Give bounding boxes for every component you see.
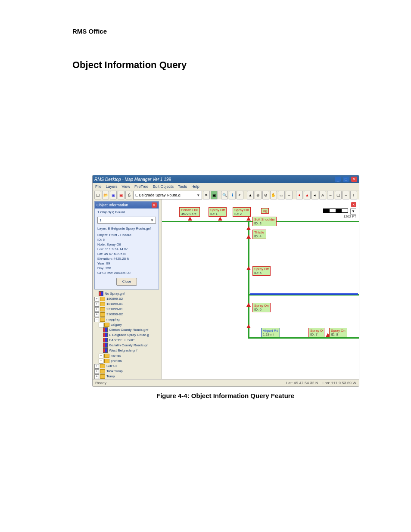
maximize-icon[interactable]: □ [343, 177, 349, 182]
tree-file[interactable]: No Spray.gnf [99, 291, 160, 296]
status-bar: Ready Lat: 45 47 54.32 N Lon: 111 9 53.6… [93, 379, 359, 386]
minimize-icon[interactable]: _ [335, 177, 341, 182]
layer-label: Layer: E Belgrade Spray Route.gnf [97, 226, 156, 231]
saveall-icon[interactable]: ▣ [118, 191, 125, 199]
close-button[interactable]: Close [116, 278, 137, 286]
tree-file[interactable]: Clinton County Roads.gnf [103, 327, 160, 333]
file-icon [103, 343, 108, 348]
object-select-dropdown[interactable]: 1 ▼ [97, 217, 156, 224]
tree-folder[interactable]: +221099-01 [94, 307, 160, 312]
tool-d-icon[interactable]: – [342, 191, 349, 199]
tree-file[interactable]: West Belgrade.gnf [103, 348, 160, 353]
callout-softshoulder: Soft ShoulderID: 3 [252, 217, 277, 226]
scale-label: 1202 FT [323, 215, 356, 218]
status-lat: Lat: 45 47 54.32 N [286, 381, 318, 385]
map-marker[interactable] [246, 226, 251, 230]
expand-icon[interactable]: + [94, 369, 99, 374]
info-line: Lat: 45 47 48.95 N [97, 252, 156, 256]
tree-folder[interactable]: +names [99, 353, 160, 358]
open-icon[interactable]: 📂 [102, 191, 109, 199]
play-icon[interactable]: ▲ [304, 191, 311, 199]
zoomin-icon[interactable]: ⊕ [255, 191, 262, 199]
tree-folder[interactable]: +180899-02 [94, 296, 160, 302]
pan-icon[interactable]: ✋ [270, 191, 277, 199]
map-marker[interactable] [246, 324, 251, 328]
measure-icon[interactable]: – [286, 191, 293, 199]
tool-a-icon[interactable]: A [319, 191, 326, 199]
text-icon[interactable]: T [350, 191, 357, 199]
tree-folder[interactable]: +310899-02 [94, 312, 160, 317]
map-marker[interactable] [246, 303, 251, 307]
tree-file[interactable]: Gallatin County Roads.gn [103, 343, 160, 348]
undo-icon[interactable]: ↶ [237, 191, 243, 199]
tree-folder[interactable]: +181099-01 [94, 302, 160, 307]
toolbar: ▢ 📂 ▣ ▣ ⎙ E Belgrade Spray Route.g ▼ ✕ ▣… [93, 190, 359, 200]
expand-icon[interactable]: + [94, 297, 99, 302]
delete-icon[interactable]: ✕ [203, 191, 210, 199]
info-icon[interactable]: ℹ [229, 191, 236, 199]
tree-folder[interactable]: +SBPCI [94, 364, 160, 369]
callout-sprayoff-7: Spray OID: 7 [308, 328, 324, 337]
callout-sprayoff-5: Spray OffID: 5 [252, 266, 271, 276]
file-icon [103, 348, 108, 353]
layer-dropdown[interactable]: E Belgrade Spray Route.g ▼ [133, 191, 202, 199]
menu-view[interactable]: View [122, 184, 130, 189]
record-icon[interactable]: ● [296, 191, 303, 199]
info-line: Year: 99 [97, 261, 156, 266]
save-icon[interactable]: ▣ [110, 191, 117, 199]
print-icon[interactable]: ⎙ [125, 191, 132, 199]
menu-file[interactable]: File [95, 184, 102, 189]
close-icon[interactable]: × [351, 177, 357, 182]
tree-folder[interactable]: –mapping [94, 317, 160, 322]
tree-file[interactable]: E Belgrade Spray Route.g [103, 333, 160, 338]
info-line: ID: 5 [97, 237, 156, 242]
map-marker[interactable] [188, 217, 192, 221]
scale-close-icon[interactable]: × [351, 202, 356, 207]
select-icon[interactable]: ▭ [278, 191, 285, 199]
expand-icon[interactable]: + [94, 302, 99, 307]
zoom-icon[interactable]: 🔍 [221, 191, 228, 199]
route-segment [248, 294, 249, 337]
zoomout-icon[interactable]: ⊖ [262, 191, 269, 199]
scale-dropdown[interactable]: ▼ [350, 208, 356, 215]
collapse-icon[interactable]: – [94, 317, 99, 322]
map-marker[interactable] [246, 217, 251, 221]
tree-file[interactable]: EASTBELL.SHP [103, 338, 160, 343]
expand-icon[interactable]: + [94, 312, 99, 317]
scale-bar-icon [323, 208, 348, 213]
objects-found-label: 1 Object(s) Found [97, 210, 156, 214]
tree-folder[interactable]: +TaskComp [94, 369, 160, 374]
tool-b-icon[interactable]: – [327, 191, 334, 199]
map-marker[interactable] [246, 266, 251, 270]
folder-icon [100, 317, 105, 322]
copy-icon[interactable]: ▣ [211, 191, 218, 199]
map-marker[interactable] [218, 217, 222, 221]
map-marker[interactable] [246, 235, 251, 239]
folder-icon [100, 307, 105, 311]
folder-icon [100, 364, 105, 368]
expand-icon[interactable]: + [94, 307, 99, 312]
menu-help[interactable]: Help [191, 184, 199, 189]
tree-folder[interactable]: –calgary [99, 322, 160, 327]
pointer-icon[interactable]: ▲ [247, 191, 254, 199]
tool-c-icon[interactable]: ▢ [335, 191, 342, 199]
new-icon[interactable]: ▢ [94, 191, 101, 199]
map-view[interactable]: Penwell Bri3572.95 ft Spray OffID: 1 Spr… [162, 199, 359, 380]
collapse-icon[interactable]: – [99, 323, 103, 327]
info-line: GPSTime: 204396.00 [97, 271, 156, 275]
expand-icon[interactable]: + [99, 359, 103, 364]
panel-close-icon[interactable]: × [152, 202, 157, 208]
nav-left-icon[interactable]: ◂ [311, 191, 318, 199]
callout-sprayoff-1: Spray OffID: 1 [209, 207, 227, 217]
expand-icon[interactable]: + [94, 364, 99, 369]
route-segment [248, 337, 359, 339]
tree-folder[interactable]: +Temp [94, 374, 160, 379]
expand-icon[interactable]: + [99, 354, 103, 358]
menu-layers[interactable]: Layers [106, 184, 118, 189]
menu-filetree[interactable]: FileTree [134, 184, 149, 189]
menu-editobjects[interactable]: Edit Objects [153, 184, 174, 189]
tree-folder[interactable]: +profiles [99, 358, 160, 364]
expand-icon[interactable]: + [94, 374, 99, 379]
object-info-panel: Object Information × 1 Object(s) Found 1… [94, 201, 159, 289]
menu-tools[interactable]: Tools [178, 184, 187, 189]
